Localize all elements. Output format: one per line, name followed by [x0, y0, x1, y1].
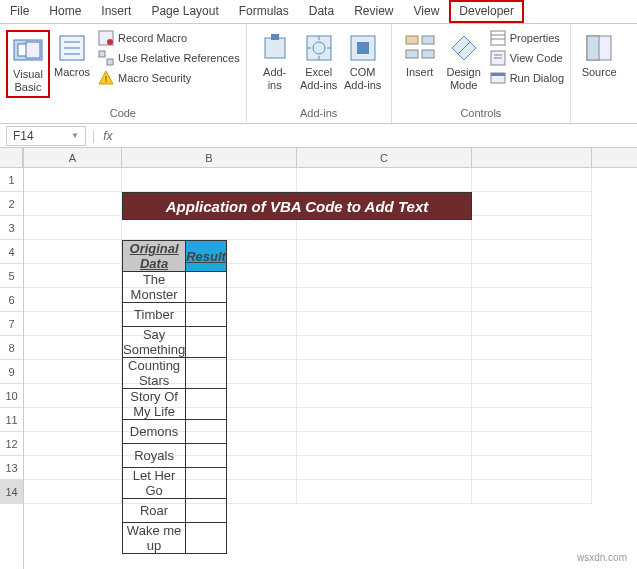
insert-control-icon	[404, 32, 436, 64]
warning-icon: !	[98, 70, 114, 86]
data-cell[interactable]: Say Something	[123, 327, 186, 358]
data-cell[interactable]: Roar	[123, 499, 186, 523]
row-header[interactable]: 5	[0, 264, 23, 288]
view-code-icon	[490, 50, 506, 66]
formula-input[interactable]	[120, 126, 637, 145]
visual-basic-label: Visual Basic	[13, 68, 43, 94]
svg-rect-2	[26, 42, 40, 58]
row-header[interactable]: 13	[0, 456, 23, 480]
insert-control-label: Insert	[406, 66, 434, 79]
data-cell[interactable]: Story Of My Life	[123, 389, 186, 420]
col-header[interactable]	[472, 148, 592, 167]
macros-icon	[56, 32, 88, 64]
menu-data[interactable]: Data	[299, 0, 344, 23]
data-cell[interactable]: Wake me up	[123, 523, 186, 554]
result-cell[interactable]	[186, 468, 227, 499]
row-header[interactable]: 12	[0, 432, 23, 456]
svg-rect-22	[422, 50, 434, 58]
design-mode-button[interactable]: Design Mode	[442, 30, 486, 94]
row-header[interactable]: 7	[0, 312, 23, 336]
chevron-down-icon[interactable]: ▼	[71, 131, 79, 140]
menu-view[interactable]: View	[404, 0, 450, 23]
row-header[interactable]: 8	[0, 336, 23, 360]
sheet-title: Application of VBA Code to Add Text	[122, 192, 472, 220]
macro-security-button[interactable]: ! Macro Security	[98, 70, 240, 86]
macro-security-label: Macro Security	[118, 72, 191, 84]
visual-basic-button[interactable]: Visual Basic	[6, 30, 50, 98]
row-header[interactable]: 11	[0, 408, 23, 432]
source-button[interactable]: Source	[577, 30, 621, 81]
result-cell[interactable]	[186, 272, 227, 303]
data-cell[interactable]: Let Her Go	[123, 468, 186, 499]
col-header[interactable]: A	[24, 148, 122, 167]
ribbon-group-addins: Add- ins Excel Add-ins COM Add-ins Add-i…	[247, 24, 392, 123]
select-all-corner[interactable]	[0, 148, 23, 168]
excel-addins-icon	[303, 32, 335, 64]
data-cell[interactable]: Timber	[123, 303, 186, 327]
menu-page-layout[interactable]: Page Layout	[141, 0, 228, 23]
excel-addins-button[interactable]: Excel Add-ins	[297, 30, 341, 94]
result-cell[interactable]	[186, 523, 227, 554]
data-cell[interactable]: Demons	[123, 420, 186, 444]
group-label-code: Code	[6, 107, 240, 121]
svg-rect-34	[587, 36, 599, 60]
design-mode-icon	[448, 32, 480, 64]
svg-rect-25	[491, 31, 505, 45]
addins-button[interactable]: Add- ins	[253, 30, 297, 94]
properties-icon	[490, 30, 506, 46]
macros-button[interactable]: Macros	[50, 30, 94, 81]
addins-label: Add- ins	[263, 66, 286, 92]
row-header[interactable]: 10	[0, 384, 23, 408]
com-addins-button[interactable]: COM Add-ins	[341, 30, 385, 94]
row-header[interactable]: 2	[0, 192, 23, 216]
svg-rect-32	[491, 73, 505, 76]
data-cell[interactable]: Counting Stars	[123, 358, 186, 389]
view-code-button[interactable]: View Code	[490, 50, 564, 66]
properties-button[interactable]: Properties	[490, 30, 564, 46]
menu-developer[interactable]: Developer	[449, 0, 524, 23]
design-mode-label: Design Mode	[447, 66, 481, 92]
row-header[interactable]: 4	[0, 240, 23, 264]
insert-control-button[interactable]: Insert	[398, 30, 442, 81]
ribbon-group-xml: Source	[571, 24, 627, 123]
menu-formulas[interactable]: Formulas	[229, 0, 299, 23]
result-cell[interactable]	[186, 499, 227, 523]
record-macro-icon	[98, 30, 114, 46]
watermark: wsxdn.com	[577, 552, 627, 563]
row-header[interactable]: 9	[0, 360, 23, 384]
name-box[interactable]: F14 ▼	[6, 126, 86, 146]
svg-rect-14	[271, 34, 279, 40]
macros-label: Macros	[54, 66, 90, 79]
col-header[interactable]: B	[122, 148, 297, 167]
row-header[interactable]: 6	[0, 288, 23, 312]
excel-addins-label: Excel Add-ins	[300, 66, 337, 92]
use-relative-button[interactable]: Use Relative References	[98, 50, 240, 66]
record-macro-button[interactable]: Record Macro	[98, 30, 240, 46]
row-header[interactable]: 1	[0, 168, 23, 192]
visual-basic-icon	[12, 34, 44, 66]
svg-rect-13	[265, 38, 285, 58]
result-cell[interactable]	[186, 420, 227, 444]
svg-rect-19	[406, 36, 418, 44]
result-cell[interactable]	[186, 444, 227, 468]
menu-insert[interactable]: Insert	[91, 0, 141, 23]
data-table: Original Data Result The Monster Timber …	[122, 240, 227, 554]
run-dialog-label: Run Dialog	[510, 72, 564, 84]
row-header[interactable]: 14	[0, 480, 23, 504]
data-cell[interactable]: Royals	[123, 444, 186, 468]
group-label-addins: Add-ins	[253, 107, 385, 121]
result-cell[interactable]	[186, 389, 227, 420]
menu-file[interactable]: File	[0, 0, 39, 23]
menu-home[interactable]: Home	[39, 0, 91, 23]
result-cell[interactable]	[186, 327, 227, 358]
use-relative-icon	[98, 50, 114, 66]
result-cell[interactable]	[186, 358, 227, 389]
com-addins-icon	[347, 32, 379, 64]
run-dialog-button[interactable]: Run Dialog	[490, 70, 564, 86]
result-cell[interactable]	[186, 303, 227, 327]
data-cell[interactable]: The Monster	[123, 272, 186, 303]
row-header[interactable]: 3	[0, 216, 23, 240]
menu-review[interactable]: Review	[344, 0, 403, 23]
fx-icon[interactable]: fx	[103, 129, 112, 143]
col-header[interactable]: C	[297, 148, 472, 167]
